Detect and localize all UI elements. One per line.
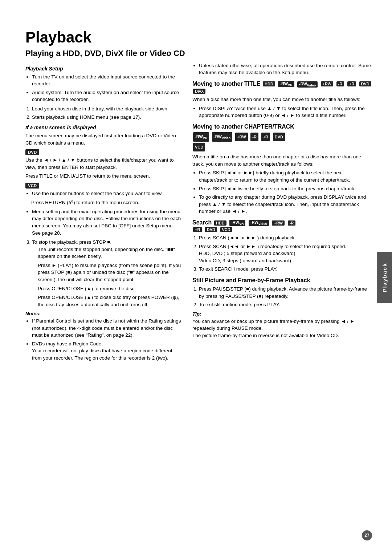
search-badge-rwvr: -RWVR [229, 220, 245, 226]
list-item: To stop the playback, press STOP ■. The … [32, 239, 181, 308]
moving-title-intro: When a disc has more than one title, you… [192, 96, 372, 103]
list-item: To go directly to any chapter during DVD… [199, 194, 372, 215]
badge-plusr: +R [347, 81, 356, 86]
badge-dvd2: DVD [273, 133, 285, 141]
step3-sub4: Press OPEN/CLOSE (▲) to close disc tray … [32, 294, 181, 308]
vcd-label: VCD [25, 183, 39, 189]
corner-mark-bl-v [22, 533, 22, 544]
moving-title-bullets: Press DISPLAY twice then use ▲ / ▼ to se… [192, 105, 372, 119]
list-item: Press SKIP |◄◄ twice briefly to step bac… [199, 185, 372, 193]
corner-mark-tl-h [11, 22, 22, 22]
corner-mark-tr-h [370, 22, 381, 22]
two-column-layout: Playback Setup Turn the TV on and select… [25, 62, 372, 364]
vcd-bullets-2: Menu setting and the exact operating pro… [25, 208, 181, 236]
side-tab: Playback [377, 252, 392, 303]
search-steps: Press SCAN (◄◄ or ►► ) during playback. … [192, 234, 372, 273]
step3-sub1: The unit records the stopped point, depe… [32, 246, 181, 260]
search-badge-vcd: VCD [220, 227, 232, 232]
playback-setup-steps: Load your chosen disc in the tray, with … [25, 105, 181, 121]
list-item: DVDs may have a Region Code. Your record… [32, 340, 181, 362]
search-heading: Search HDD -RWVR -RWVideo +RW -R +R DVD … [192, 219, 372, 232]
intro-bullet-list: Unless stated otherwise, all operations … [192, 62, 372, 76]
list-item: Use the number buttons to select the tra… [32, 190, 181, 197]
list-item: Load your chosen disc in the tray, with … [32, 105, 181, 113]
list-item: Press SCAN (◄◄ or ►► ) during playback. [199, 234, 372, 242]
dvd-text2: Press TITLE or MENU/LIST to return to th… [25, 173, 181, 180]
vcd-bullets: Use the number buttons to select the tra… [25, 190, 181, 197]
notes-heading: Notes: [25, 311, 181, 316]
menu-screen-intro: The menu screen may be displayed first a… [25, 132, 181, 146]
moving-chapter-heading: Moving to another CHAPTER/TRACK [192, 123, 372, 130]
step3-sub3: Press OPEN/CLOSE (▲) to remove the disc. [32, 285, 181, 292]
dvd-format-block: DVD Use the ◄ / ► / ▲ / ▼ buttons to sel… [25, 149, 181, 180]
moving-chapter-intro: When a title on a disc has more than one… [192, 153, 372, 167]
search-badge-minusr: -R [288, 220, 296, 226]
list-item: Press DISPLAY twice then use ▲ / ▼ to se… [199, 105, 372, 119]
search-badge-plusrw: +RW [272, 220, 285, 226]
dvd-text: Use the ◄ / ► / ▲ / ▼ buttons to select … [25, 157, 181, 171]
page-title: Playback [25, 29, 372, 46]
badge-rwvideo-row1: -RWVideo [297, 81, 318, 88]
list-item: Press SCAN (◄◄ or ►► ) repeatedly to sel… [199, 243, 372, 264]
list-item: Press SKIP |◄◄ or ►►| briefly during pla… [199, 169, 372, 183]
badge-vcd: VCD [193, 143, 205, 151]
badge-minusr2: -R [250, 133, 258, 141]
list-item: If Parental Control is set and the disc … [32, 317, 181, 339]
search-badge-rwvideo: -RWVideo [249, 220, 269, 226]
list-item: Audio system: Turn the audio system on a… [32, 89, 181, 103]
dvd-label: DVD [25, 149, 39, 155]
badge-divx: DivX [193, 89, 205, 94]
list-item: Starts playback using HOME menu (see pag… [32, 114, 181, 121]
badge-plusrw: +RW [321, 81, 334, 86]
tip-text: You can advance or back up the picture f… [192, 318, 372, 339]
corner-mark-tl-v [22, 11, 22, 22]
badge-plusr2: +R [261, 133, 270, 141]
left-column: Playback Setup Turn the TV on and select… [25, 62, 181, 364]
badge-dvd: DVD [359, 81, 371, 86]
tip-heading: Tip: [192, 311, 372, 317]
moving-chapter-bullets: Press SKIP |◄◄ or ►►| briefly during pla… [192, 169, 372, 215]
list-item: Turn the TV on and select the video inpu… [32, 73, 181, 88]
moving-chapter-badges: -RWVR -RWVideo +RW -R +R DVD VCD [192, 132, 372, 152]
corner-mark-tr-v [370, 11, 370, 22]
list-item: Press PAUSE/STEP (■) during playback. Ad… [199, 285, 372, 300]
intro-bullet: Unless stated otherwise, all operations … [199, 62, 372, 76]
list-item: To exit still motion mode, press PLAY. [199, 301, 372, 308]
side-tab-label: Playback [381, 263, 388, 292]
playback-setup-heading: Playback Setup [25, 66, 181, 72]
page-number: 27 [362, 530, 372, 540]
notes-bullets: If Parental Control is set and the disc … [25, 317, 181, 361]
list-item: To exit SEARCH mode, press PLAY. [199, 266, 372, 273]
step3-sub2: Press ► (PLAY) to resume playback (from … [32, 262, 181, 283]
badge-rwvr2: -RWVR [193, 132, 209, 142]
badge-plusrw2: +RW [235, 133, 248, 141]
step3-list: To stop the playback, press STOP ■. The … [25, 239, 181, 308]
vcd-format-block: VCD Use the number buttons to select the… [25, 183, 181, 236]
search-badge-plusr: +R [193, 227, 202, 232]
corner-mark-br-h [370, 533, 381, 533]
still-picture-steps: Press PAUSE/STEP (■) during playback. Ad… [192, 285, 372, 308]
page-container: Playback 27 Playback Playing a HDD, DVD,… [0, 0, 392, 555]
badge-rwvideo2: -RWVideo [212, 132, 232, 142]
search-badge-hdd: HDD [214, 220, 226, 226]
badge-rwvr: -RWVR [278, 81, 294, 87]
badge-minusr: -R [336, 81, 344, 86]
content-area: Playback Playing a HDD, DVD, DivX file o… [25, 29, 372, 526]
moving-title-heading: Moving to another TITLE HDD -RWVR -RWVid… [192, 81, 372, 94]
list-item: Menu setting and the exact operating pro… [32, 208, 181, 236]
right-column: Unless stated otherwise, all operations … [192, 62, 372, 364]
still-picture-heading: Still Picture and Frame-by-Frame Playbac… [192, 277, 372, 284]
section-title: Playing a HDD, DVD, DivX file or Video C… [25, 49, 372, 58]
corner-mark-bl-h [11, 533, 22, 533]
vcd-press-return: Press RETURN (δ⁰) to return to the menu … [25, 199, 181, 206]
badge-hdd: HDD [263, 81, 275, 86]
playback-setup-bullets: Turn the TV on and select the video inpu… [25, 73, 181, 103]
menu-screen-heading: If a menu screen is displayed [25, 125, 181, 130]
search-badge-dvd: DVD [205, 227, 217, 232]
